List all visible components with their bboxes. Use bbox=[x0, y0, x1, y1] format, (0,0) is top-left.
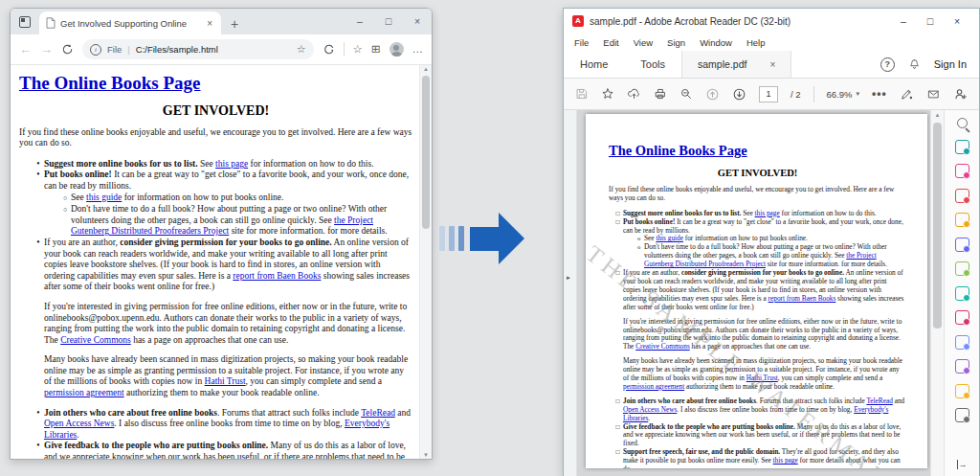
account-person-icon[interactable] bbox=[953, 87, 968, 102]
page-info-icon[interactable]: i bbox=[90, 44, 101, 56]
doc-list: Suggest more online books for us to list… bbox=[609, 210, 906, 468]
address-url[interactable]: C:/Files/sample.html bbox=[136, 44, 291, 55]
favorites-star-icon[interactable]: ☆ bbox=[353, 44, 363, 56]
navigation-pane-rail[interactable]: ► bbox=[564, 110, 577, 476]
doc-link[interactable]: permission agreement bbox=[44, 388, 124, 397]
edit-pdf-icon[interactable] bbox=[955, 189, 969, 203]
maximize-button[interactable]: □ bbox=[917, 9, 944, 34]
scrollbar-thumb[interactable] bbox=[422, 76, 430, 229]
menu-window[interactable]: Window bbox=[700, 37, 732, 48]
acrobat-title-bar: A sample.pdf - Adobe Acrobat Reader DC (… bbox=[564, 9, 979, 34]
doc-link[interactable]: Hathi Trust bbox=[205, 376, 246, 386]
doc-title-link[interactable]: The Online Books Page bbox=[609, 143, 906, 159]
share-cloud-icon[interactable] bbox=[627, 87, 641, 101]
profile-avatar[interactable] bbox=[390, 42, 404, 57]
organize-pages-icon[interactable] bbox=[955, 261, 969, 276]
doc-text: Join others who care about free online b… bbox=[44, 408, 217, 418]
save-icon[interactable] bbox=[575, 87, 589, 101]
more-tools-icon[interactable]: ••• bbox=[872, 87, 887, 101]
scroll-up-icon[interactable]: ▲ bbox=[931, 112, 944, 118]
refresh-icon[interactable] bbox=[61, 43, 74, 56]
sub-list-item: See this guide for information on how to… bbox=[59, 193, 412, 205]
sign-in-button[interactable]: Sign In bbox=[934, 58, 967, 70]
doc-link[interactable]: permission agreement bbox=[623, 382, 684, 391]
stamp-icon[interactable] bbox=[955, 384, 969, 398]
collections-icon[interactable]: ⊞ bbox=[371, 44, 381, 56]
doc-title-link[interactable]: The Online Books Page bbox=[19, 73, 412, 94]
help-icon[interactable]: ? bbox=[880, 57, 895, 72]
menu-file[interactable]: File bbox=[574, 37, 589, 48]
next-page-icon[interactable] bbox=[732, 87, 746, 102]
combine-files-icon[interactable] bbox=[955, 238, 969, 252]
new-tab-button[interactable]: + bbox=[231, 17, 238, 31]
browser-scrollbar[interactable]: ▲ ▼ bbox=[419, 65, 432, 459]
pdf-scrollbar[interactable]: ▲ bbox=[930, 110, 944, 476]
compress-pdf-icon[interactable] bbox=[955, 286, 969, 301]
close-button[interactable]: × bbox=[944, 9, 970, 34]
doc-link[interactable]: Open Access News bbox=[44, 419, 114, 428]
doc-link[interactable]: Hathi Trust bbox=[746, 374, 778, 382]
tab-document[interactable]: sample.pdf × bbox=[681, 51, 791, 78]
address-bar[interactable]: i File | C:/Files/sample.html ☆ bbox=[82, 39, 314, 59]
forward-icon[interactable]: → bbox=[40, 43, 53, 56]
tab-actions-icon[interactable] bbox=[19, 16, 31, 28]
browser-tab[interactable]: Get Involved Supporting Online × bbox=[39, 11, 221, 34]
close-tab-icon[interactable]: × bbox=[205, 18, 214, 29]
acrobat-tab-bar: Home Tools sample.pdf × ? Sign In bbox=[564, 51, 979, 79]
previous-page-icon[interactable] bbox=[705, 87, 720, 102]
scroll-down-icon[interactable]: ▼ bbox=[420, 452, 432, 458]
tab-tools[interactable]: Tools bbox=[624, 51, 681, 78]
doc-link[interactable]: TeleRead bbox=[361, 408, 395, 418]
doc-link[interactable]: this page bbox=[755, 209, 780, 217]
list-item: Give feedback to the people who are putt… bbox=[33, 441, 412, 459]
protect-icon[interactable] bbox=[955, 335, 969, 350]
close-button[interactable]: × bbox=[403, 9, 432, 34]
browser-menu-icon[interactable]: … bbox=[412, 44, 424, 56]
scrollbar-thumb[interactable] bbox=[933, 123, 942, 329]
doc-link[interactable]: this page bbox=[215, 159, 248, 169]
doc-link[interactable]: this guide bbox=[656, 234, 683, 242]
create-pdf-icon[interactable] bbox=[955, 164, 969, 178]
menu-edit[interactable]: Edit bbox=[603, 37, 618, 48]
search-tool-icon[interactable] bbox=[957, 118, 968, 128]
search-icon[interactable] bbox=[679, 87, 693, 101]
notifications-bell-icon[interactable] bbox=[908, 57, 921, 71]
zoom-control[interactable]: 66.9% ▾ bbox=[827, 89, 859, 100]
maximize-button[interactable]: □ bbox=[374, 9, 403, 34]
doc-link[interactable]: report from Baen Books bbox=[233, 271, 321, 281]
doc-link[interactable]: TeleRead bbox=[866, 397, 892, 405]
doc-link[interactable]: this guide bbox=[86, 193, 122, 202]
doc-link[interactable]: report from Baen Books bbox=[768, 294, 836, 303]
email-icon[interactable] bbox=[926, 88, 941, 101]
menu-view[interactable]: View bbox=[634, 37, 653, 48]
doc-text: consider giving permission for your book… bbox=[120, 238, 331, 247]
collapse-tools-icon[interactable]: → bbox=[945, 460, 979, 469]
fill-sign-pen-icon[interactable] bbox=[900, 87, 914, 101]
star-icon[interactable] bbox=[601, 87, 614, 101]
comment-icon[interactable] bbox=[955, 213, 969, 227]
doc-link[interactable]: this page bbox=[773, 456, 798, 465]
favorites-add-icon[interactable]: ☆ bbox=[297, 43, 306, 56]
doc-text: If you are an author, bbox=[623, 268, 681, 277]
print-icon[interactable] bbox=[654, 87, 667, 101]
doc-link[interactable]: Creative Commons bbox=[635, 342, 690, 351]
conversion-arrow bbox=[439, 213, 524, 264]
expand-nav-icon[interactable]: ► bbox=[566, 275, 571, 281]
certify-sign-icon[interactable] bbox=[955, 359, 969, 374]
menu-help[interactable]: Help bbox=[746, 37, 766, 48]
back-icon[interactable]: ← bbox=[19, 43, 32, 56]
page-number-input[interactable]: 1 bbox=[759, 86, 778, 102]
doc-link[interactable]: Open Access News bbox=[623, 405, 677, 414]
minimize-button[interactable]: – bbox=[890, 9, 917, 34]
scroll-up-icon[interactable]: ▲ bbox=[420, 66, 432, 72]
browser-essentials-icon[interactable] bbox=[323, 43, 335, 56]
more-tools-icon[interactable] bbox=[955, 408, 969, 422]
close-document-icon[interactable]: × bbox=[769, 59, 775, 70]
fill-sign-icon[interactable] bbox=[955, 310, 969, 325]
arrow-body bbox=[470, 227, 499, 251]
doc-link[interactable]: Creative Commons bbox=[60, 335, 131, 345]
menu-sign[interactable]: Sign bbox=[667, 37, 685, 48]
minimize-button[interactable]: – bbox=[345, 9, 374, 34]
tab-home[interactable]: Home bbox=[564, 51, 624, 78]
export-pdf-icon[interactable] bbox=[955, 140, 969, 154]
